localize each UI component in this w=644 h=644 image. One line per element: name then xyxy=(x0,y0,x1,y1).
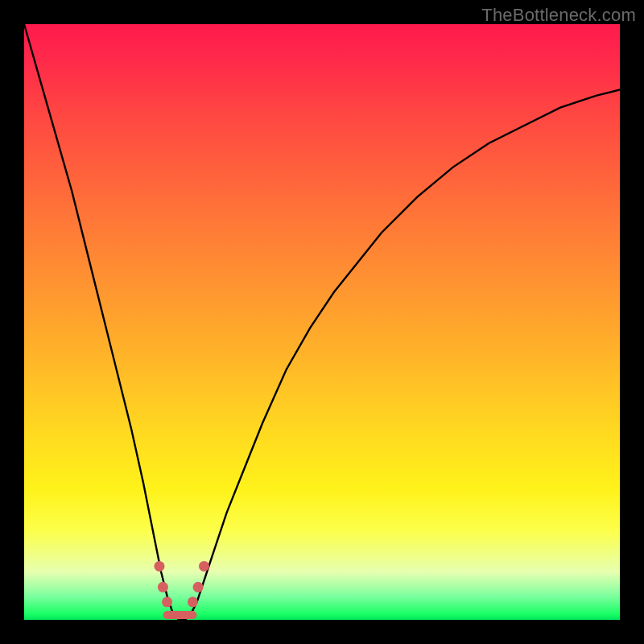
left-hook-dot-1 xyxy=(154,561,164,572)
attribution-watermark: TheBottleneck.com xyxy=(481,5,636,26)
right-hook-dot-3 xyxy=(199,561,209,572)
curve-markers xyxy=(154,561,208,607)
plot-area xyxy=(24,24,620,620)
left-hook-dot-3 xyxy=(162,597,172,607)
left-hook-dot-2 xyxy=(158,582,168,592)
bottleneck-curve xyxy=(24,24,620,620)
right-hook-dot-1 xyxy=(188,597,198,607)
bottleneck-chart xyxy=(24,24,620,620)
right-hook-dot-2 xyxy=(193,582,204,592)
